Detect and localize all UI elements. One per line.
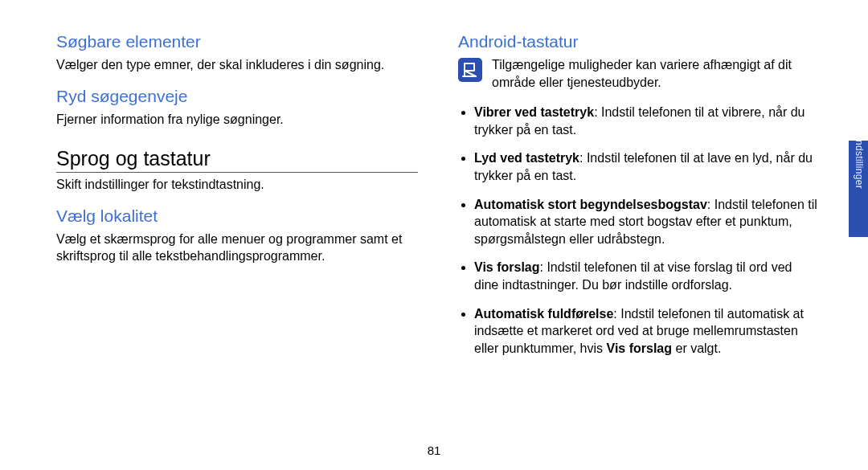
note-text: Tilgængelige muligheder kan variere afhæ… (492, 56, 820, 91)
body-sogbare-elementer: Vælger den type emner, der skal inkluder… (56, 56, 418, 74)
body-sprog-og-tastatur: Skift indstillinger for tekstindtastning… (56, 176, 418, 194)
bullet-rest-bold: Vis forslag (607, 341, 673, 355)
bullet-rest-post: er valgt. (672, 341, 721, 355)
document-page: Søgbare elementer Vælger den type emner,… (0, 0, 868, 470)
page-number: 81 (0, 443, 868, 457)
bullet-item: Automatisk stort begyndelsesbogstav: Ind… (474, 196, 820, 248)
bullet-bold: Automatisk fuldførelse (474, 307, 613, 321)
heading-sogbare-elementer: Søgbare elementer (56, 32, 418, 51)
android-bullet-list: Vibrer ved tastetryk: Indstil telefonen … (458, 104, 820, 357)
bullet-bold: Automatisk stort begyndelsesbogstav (474, 198, 707, 211)
note-row: Tilgængelige muligheder kan variere afhæ… (458, 56, 820, 91)
heading-android-tastatur: Android-tastatur (458, 32, 820, 51)
bullet-bold: Vis forslag (474, 260, 540, 274)
bullet-item: Automatisk fuldførelse: Indstil telefone… (474, 305, 820, 358)
bullet-item: Lyd ved tastetryk: Indstil telefonen til… (474, 149, 820, 184)
right-column: Android-tastatur Tilgængelige muligheder… (458, 32, 820, 454)
bullet-bold: Lyd ved tastetryk (474, 151, 579, 165)
left-column: Søgbare elementer Vælger den type emner,… (56, 32, 418, 454)
heading-vaelg-lokalitet: Vælg lokalitet (56, 206, 418, 226)
side-tab-label: Indstillinger (854, 137, 865, 189)
heading-sprog-og-tastatur: Sprog og tastatur (56, 147, 418, 173)
bullet-item: Vis forslag: Indstil telefonen til at vi… (474, 259, 820, 293)
body-ryd-sogegenveje: Fjerner information fra nylige søgninger… (56, 111, 418, 129)
bullet-bold: Vibrer ved tastetryk (474, 105, 594, 119)
body-vaelg-lokalitet: Vælg et skærmsprog for alle menuer og pr… (56, 231, 418, 265)
bullet-item: Vibrer ved tastetryk: Indstil telefonen … (474, 104, 820, 138)
note-icon (458, 58, 482, 82)
heading-ryd-sogegenveje: Ryd søgegenveje (56, 87, 418, 106)
